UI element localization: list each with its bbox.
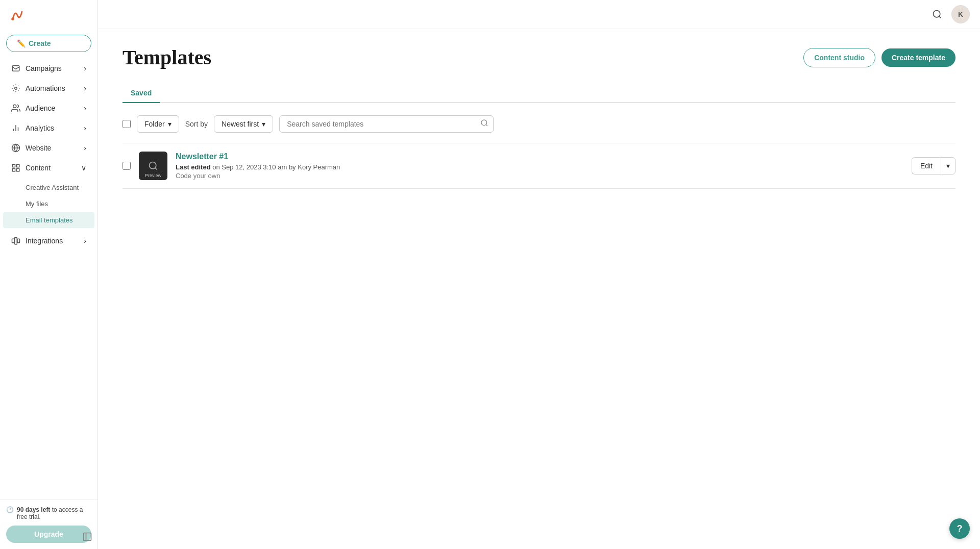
table-row: Preview Newsletter #1 Last edited on Sep… xyxy=(122,143,955,189)
template-type: Code your own xyxy=(176,172,903,180)
folder-filter-button[interactable]: Folder ▾ xyxy=(137,115,179,133)
sidebar-toggle-icon[interactable] xyxy=(82,532,92,544)
logo[interactable] xyxy=(0,0,97,31)
template-thumbnail[interactable]: Preview xyxy=(139,152,167,180)
svg-rect-10 xyxy=(17,164,19,167)
preview-label: Preview xyxy=(145,173,161,178)
global-search-button[interactable] xyxy=(929,6,945,22)
tab-saved[interactable]: Saved xyxy=(122,84,160,103)
automations-label: Automations xyxy=(26,84,65,92)
edit-button[interactable]: Edit xyxy=(912,157,941,174)
sidebar-item-analytics[interactable]: Analytics › xyxy=(3,118,94,138)
analytics-label: Analytics xyxy=(26,124,54,132)
sort-chevron-icon: ▾ xyxy=(262,120,265,128)
folder-chevron-icon: ▾ xyxy=(168,120,172,128)
create-label: Create xyxy=(29,39,51,47)
sidebar-item-website[interactable]: Website › xyxy=(3,138,94,158)
folder-label: Folder xyxy=(144,120,165,128)
template-actions: Edit ▾ xyxy=(912,157,955,174)
search-box xyxy=(279,115,494,133)
svg-point-18 xyxy=(934,11,940,17)
svg-rect-16 xyxy=(84,533,91,541)
sidebar: ✏️ Create Campaigns › Automations › xyxy=(0,0,98,549)
svg-line-19 xyxy=(939,16,941,18)
page-title: Templates xyxy=(122,45,211,69)
analytics-chevron-icon: › xyxy=(84,124,86,132)
content-studio-button[interactable]: Content studio xyxy=(803,48,875,67)
last-edited-date: on Sep 12, 2023 3:10 am xyxy=(212,163,287,171)
sidebar-item-creative-assistant[interactable]: Creative Assistant xyxy=(3,180,94,195)
select-all-checkbox[interactable] xyxy=(122,120,131,128)
sort-by-label: Sort by xyxy=(185,120,208,128)
audience-chevron-icon: › xyxy=(84,104,86,112)
trial-days: 90 days left xyxy=(17,506,50,513)
tabs: Saved xyxy=(122,84,955,103)
sidebar-item-campaigns[interactable]: Campaigns › xyxy=(3,59,94,78)
svg-point-3 xyxy=(13,105,16,108)
my-files-label: My files xyxy=(26,200,48,208)
creative-assistant-label: Creative Assistant xyxy=(26,184,79,191)
content-label: Content xyxy=(26,164,51,172)
user-avatar[interactable]: K xyxy=(951,5,970,23)
sidebar-item-content[interactable]: Content ∨ xyxy=(3,158,94,178)
edit-chevron-icon: ▾ xyxy=(946,162,950,170)
sidebar-item-audience[interactable]: Audience › xyxy=(3,98,94,118)
edit-dropdown-button[interactable]: ▾ xyxy=(941,157,955,174)
audience-label: Audience xyxy=(26,104,55,112)
template-checkbox[interactable] xyxy=(122,162,131,170)
create-button[interactable]: ✏️ Create xyxy=(6,35,91,52)
website-label: Website xyxy=(26,144,51,152)
svg-point-2 xyxy=(15,87,17,90)
sort-button[interactable]: Newest first ▾ xyxy=(214,115,273,133)
content-chevron-icon: ∨ xyxy=(81,164,86,172)
integrations-label: Integrations xyxy=(26,237,63,245)
email-templates-label: Email templates xyxy=(26,216,72,224)
svg-rect-9 xyxy=(12,164,15,167)
svg-rect-14 xyxy=(15,237,17,244)
page-header: Templates Content studio Create template xyxy=(122,45,955,69)
svg-rect-13 xyxy=(12,239,15,243)
campaigns-chevron-icon: › xyxy=(84,64,86,72)
svg-rect-12 xyxy=(12,169,15,171)
sidebar-item-automations[interactable]: Automations › xyxy=(3,79,94,98)
search-input[interactable] xyxy=(279,115,494,133)
topbar: K xyxy=(98,0,980,29)
sidebar-item-my-files[interactable]: My files xyxy=(3,196,94,212)
integrations-chevron-icon: › xyxy=(84,237,86,245)
search-icon xyxy=(932,9,942,19)
filters-row: Folder ▾ Sort by Newest first ▾ xyxy=(122,115,955,133)
sort-value: Newest first xyxy=(222,120,259,128)
template-meta: Last edited on Sep 12, 2023 3:10 am by K… xyxy=(176,163,903,171)
preview-icon xyxy=(148,161,158,171)
main-content: K Templates Content studio Create templa… xyxy=(98,0,980,549)
svg-line-23 xyxy=(155,168,157,170)
trial-info: 🕐 90 days left to access a free trial. xyxy=(6,506,91,520)
automations-chevron-icon: › xyxy=(84,84,86,92)
trial-text: 90 days left to access a free trial. xyxy=(17,506,91,520)
campaigns-label: Campaigns xyxy=(26,64,62,72)
create-template-button[interactable]: Create template xyxy=(881,48,955,67)
pencil-icon: ✏️ xyxy=(17,39,26,47)
template-list: Preview Newsletter #1 Last edited on Sep… xyxy=(122,143,955,189)
template-name[interactable]: Newsletter #1 xyxy=(176,152,903,161)
last-edited-label: Last edited xyxy=(176,163,211,171)
sidebar-item-email-templates[interactable]: Email templates xyxy=(3,212,94,228)
svg-point-22 xyxy=(150,162,156,169)
help-button[interactable]: ? xyxy=(949,518,970,539)
header-actions: Content studio Create template xyxy=(803,48,955,67)
template-author: by Kory Pearman xyxy=(289,163,340,171)
clock-icon: 🕐 xyxy=(6,506,14,513)
website-chevron-icon: › xyxy=(84,144,86,152)
svg-rect-15 xyxy=(17,239,20,243)
content-area: Templates Content studio Create template… xyxy=(98,29,980,549)
content-sub-nav: Creative Assistant My files Email templa… xyxy=(0,178,97,231)
svg-point-1 xyxy=(11,18,14,20)
template-info: Newsletter #1 Last edited on Sep 12, 202… xyxy=(176,152,903,180)
upgrade-button[interactable]: Upgrade xyxy=(6,526,91,543)
sidebar-item-integrations[interactable]: Integrations › xyxy=(3,231,94,251)
svg-rect-11 xyxy=(17,169,19,171)
nav-section: Campaigns › Automations › Audience › xyxy=(0,56,97,500)
